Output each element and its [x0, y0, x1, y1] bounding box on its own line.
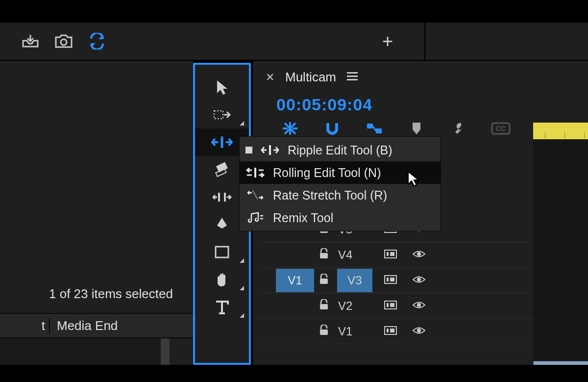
- svg-rect-5: [218, 193, 220, 202]
- current-indicator-icon: [245, 147, 252, 153]
- svg-rect-1: [214, 111, 223, 119]
- lock-icon[interactable]: [310, 299, 338, 313]
- inbox-icon[interactable]: [20, 30, 41, 52]
- source-patch[interactable]: V1: [276, 269, 314, 292]
- sync-lock-icon[interactable]: [374, 326, 407, 337]
- svg-rect-33: [390, 303, 394, 307]
- svg-rect-41: [254, 168, 256, 178]
- wrench-icon[interactable]: [449, 121, 468, 136]
- svg-rect-38: [390, 329, 394, 332]
- column-header-row: t Media End: [0, 313, 193, 338]
- remix-icon: [245, 212, 265, 224]
- snap-icon[interactable]: [322, 121, 342, 136]
- flyout-label: Rolling Edit Tool (N): [273, 166, 381, 180]
- timeline-ruler[interactable]: [533, 123, 588, 139]
- lock-icon[interactable]: [310, 248, 338, 262]
- rate-icon: [245, 190, 265, 201]
- flyout-label: Rate Stretch Tool (R): [273, 188, 387, 203]
- ripple-icon: [260, 145, 280, 155]
- svg-rect-7: [216, 247, 228, 257]
- sync-icon[interactable]: [86, 30, 108, 52]
- close-icon[interactable]: ✕: [266, 71, 274, 84]
- timeline-option-icons: CC: [280, 121, 511, 136]
- hand-tool[interactable]: [195, 266, 249, 293]
- lock-icon[interactable]: [310, 325, 338, 338]
- svg-rect-28: [390, 278, 394, 281]
- svg-rect-35: [320, 330, 328, 335]
- track-row[interactable]: V2: [259, 293, 533, 319]
- column-media-end[interactable]: Media End: [50, 318, 118, 333]
- eye-icon[interactable]: [407, 326, 431, 337]
- svg-point-34: [417, 303, 421, 307]
- svg-point-39: [417, 329, 421, 332]
- svg-text:CC: CC: [496, 125, 506, 132]
- rolling-icon: [245, 167, 265, 178]
- svg-rect-32: [387, 303, 389, 307]
- eye-icon[interactable]: [407, 275, 431, 286]
- mouse-cursor-icon: [407, 171, 420, 189]
- selection-tool[interactable]: [195, 74, 249, 101]
- rectangle-tool[interactable]: [195, 238, 249, 266]
- track-row[interactable]: V4: [259, 242, 533, 268]
- track-label[interactable]: V3: [337, 269, 372, 292]
- type-tool[interactable]: [195, 293, 249, 321]
- track-label[interactable]: V2: [338, 299, 374, 313]
- svg-rect-37: [387, 329, 389, 332]
- marker-icon[interactable]: [407, 121, 426, 136]
- svg-rect-22: [387, 252, 389, 256]
- svg-rect-25: [320, 279, 328, 284]
- sequence-tab[interactable]: Multicam: [285, 70, 336, 85]
- eye-icon[interactable]: [407, 301, 431, 311]
- svg-rect-30: [320, 304, 328, 309]
- svg-rect-11: [367, 124, 373, 128]
- svg-rect-40: [269, 145, 271, 155]
- timecode[interactable]: 00:05:09:04: [276, 95, 372, 114]
- track-label[interactable]: V1: [338, 325, 374, 338]
- svg-rect-23: [390, 252, 394, 256]
- svg-rect-4: [216, 169, 226, 177]
- svg-rect-12: [376, 128, 382, 133]
- eye-icon[interactable]: [407, 250, 431, 260]
- track-headers: V5 V4 V1 V3 V2 V1: [259, 217, 533, 344]
- svg-rect-20: [320, 253, 328, 258]
- svg-rect-6: [224, 193, 226, 202]
- separator: [424, 23, 425, 61]
- flyout-label: Remix Tool: [273, 211, 333, 225]
- svg-point-24: [417, 252, 421, 256]
- svg-rect-27: [387, 278, 389, 281]
- svg-rect-8: [347, 72, 358, 74]
- timeline-tracks-area[interactable]: 2023-06-0: [533, 139, 588, 382]
- camera-icon[interactable]: [53, 30, 74, 52]
- sync-lock-icon[interactable]: [374, 250, 407, 260]
- add-button[interactable]: +: [382, 31, 393, 52]
- flyout-item-ripple[interactable]: Ripple Edit Tool (B): [240, 139, 441, 161]
- svg-point-0: [61, 39, 67, 45]
- selection-status: 1 of 23 items selected: [49, 286, 173, 302]
- insert-mode-icon[interactable]: [280, 121, 300, 136]
- track-select-tool[interactable]: [195, 101, 249, 128]
- column-left[interactable]: t: [0, 318, 50, 333]
- project-panel: 1 of 23 items selected t Media End: [0, 61, 193, 365]
- svg-rect-2: [221, 137, 223, 148]
- svg-point-29: [417, 278, 421, 281]
- flyout-label: Ripple Edit Tool (B): [288, 143, 392, 157]
- flyout-item-remix[interactable]: Remix Tool: [240, 206, 441, 229]
- captions-icon[interactable]: CC: [491, 121, 511, 136]
- letterbox-top: [0, 0, 588, 23]
- track-row[interactable]: V1 V3: [259, 268, 533, 293]
- svg-rect-9: [347, 76, 358, 77]
- playhead[interactable]: [533, 123, 588, 139]
- track-label[interactable]: V4: [338, 248, 374, 262]
- linked-selection-icon[interactable]: [365, 121, 384, 136]
- track-row[interactable]: V1: [259, 319, 533, 344]
- panel-menu-icon[interactable]: [347, 72, 358, 83]
- top-toolbar: +: [0, 23, 588, 61]
- letterbox-bottom: [0, 365, 588, 382]
- sync-lock-icon[interactable]: [374, 275, 407, 286]
- svg-rect-10: [347, 79, 358, 80]
- sync-lock-icon[interactable]: [374, 301, 407, 311]
